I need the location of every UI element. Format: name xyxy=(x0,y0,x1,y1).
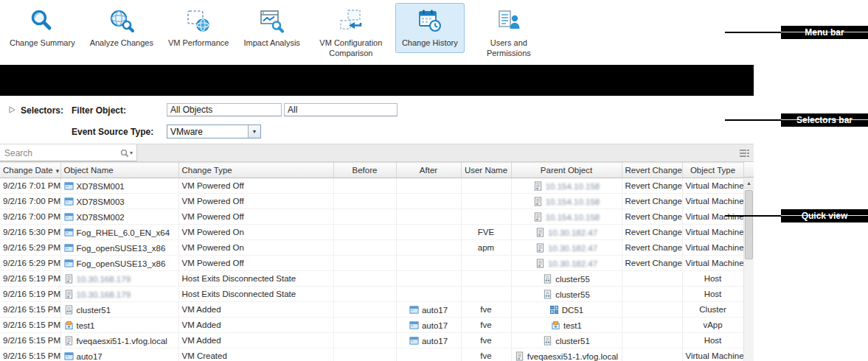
cell-revert-change: Revert Change xyxy=(622,194,682,209)
cell-after xyxy=(396,225,461,240)
revert-change-link[interactable]: Revert Change xyxy=(625,212,682,221)
scroll-up-arrow-icon[interactable]: ▲ xyxy=(744,178,754,189)
table-row[interactable]: 9/2/16 7:01 PMXD78SM001VM Powered Off10.… xyxy=(0,178,743,194)
cell-user-name: apm xyxy=(461,240,511,256)
scrollbar-thumb[interactable] xyxy=(745,190,753,259)
menu-item-label: Change Summary xyxy=(10,38,75,49)
cell-change-type: VM Added xyxy=(178,302,333,318)
table-options-button[interactable] xyxy=(739,149,749,158)
cell-object-type: Virtual Machine xyxy=(682,194,743,209)
column-header-object-name[interactable]: Object Name xyxy=(60,163,178,178)
table-row[interactable]: 9/2/16 5:15 PMtest1VM Addedauto17fvetest… xyxy=(0,318,743,333)
table-row[interactable]: 9/2/16 7:00 PMXD78SM003VM Powered Off10.… xyxy=(0,194,743,209)
cell-after xyxy=(396,348,461,361)
column-header-after[interactable]: After xyxy=(396,163,461,178)
table-row[interactable]: 9/2/16 5:29 PMFog_openSUSE13_x86VM Power… xyxy=(0,256,743,271)
cell-parent-object: cluster55 xyxy=(511,287,622,302)
column-header-user-name[interactable]: User Name xyxy=(461,163,511,178)
menu-item-change-history[interactable]: Change History xyxy=(395,3,465,53)
cell-change-date: 9/2/16 7:01 PM xyxy=(0,178,60,194)
host-icon xyxy=(64,290,74,299)
table-row[interactable]: 9/2/16 5:15 PMfveqaesxi51-1.vfog.localVM… xyxy=(0,333,743,348)
cell-change-type: Host Exits Disconnected State xyxy=(178,271,333,287)
host-icon xyxy=(533,197,543,206)
cell-user-name: fve xyxy=(461,302,511,318)
revert-change-link[interactable]: Revert Change xyxy=(625,259,682,267)
host-icon xyxy=(515,351,524,361)
cell-change-date: 9/2/16 7:00 PM xyxy=(0,209,60,225)
cell-revert-change xyxy=(622,302,682,318)
revert-change-link[interactable]: Revert Change xyxy=(625,181,682,190)
cell-after xyxy=(396,240,461,256)
cell-parent-object: 10.154.10.158 xyxy=(511,194,622,209)
list-options-icon xyxy=(739,149,749,158)
vertical-scrollbar[interactable]: ▲ xyxy=(743,162,754,361)
column-header-before[interactable]: Before xyxy=(333,163,396,178)
menu-item-impact-analysis[interactable]: Impact Analysis xyxy=(237,3,306,53)
event-source-type-select[interactable]: VMware ▼ xyxy=(167,125,261,139)
search-options-button[interactable]: ▾ xyxy=(120,149,136,158)
cell-object-name: 10.30.168.179 xyxy=(60,271,178,287)
vm-icon xyxy=(64,243,74,253)
host-icon xyxy=(64,336,74,346)
cell-change-date: 9/2/16 5:19 PM xyxy=(0,287,60,302)
search-input[interactable] xyxy=(0,148,120,158)
cluster-icon xyxy=(543,290,552,299)
cell-change-date: 9/2/16 5:15 PM xyxy=(0,302,60,318)
table-row[interactable]: 9/2/16 5:15 PMauto17VM Createdfvefveqaes… xyxy=(0,348,743,361)
cell-user-name: fve xyxy=(461,348,511,361)
cell-before xyxy=(333,271,396,287)
menu-item-analyze-changes[interactable]: Analyze Changes xyxy=(83,3,160,53)
selectors-label: Selectors: xyxy=(21,105,63,116)
selectors-expander[interactable] xyxy=(9,106,15,113)
cell-user-name: fve xyxy=(461,318,511,333)
cell-object-type: Host xyxy=(682,271,743,287)
filter-scope-input[interactable] xyxy=(284,103,397,116)
cell-change-date: 9/2/16 5:15 PM xyxy=(0,318,60,333)
column-header-change-date[interactable]: Change Date ▼ xyxy=(0,163,60,178)
cell-revert-change xyxy=(622,333,682,348)
cell-after xyxy=(396,287,461,302)
cluster-icon xyxy=(64,305,74,315)
filter-object-input[interactable] xyxy=(167,103,282,116)
cell-before xyxy=(333,240,396,256)
menu-item-label: Analyze Changes xyxy=(90,38,153,49)
menu-item-vm-performance[interactable]: VM Performance xyxy=(162,3,236,53)
column-header-object-type[interactable]: Object Type xyxy=(682,163,743,178)
event-source-type-value: VMware xyxy=(167,127,248,137)
cell-object-type: Host xyxy=(682,333,743,348)
cell-parent-object: cluster51 xyxy=(511,333,622,348)
cell-after xyxy=(396,209,461,225)
revert-change-link[interactable]: Revert Change xyxy=(625,197,682,206)
column-header-revert-change[interactable]: Revert Change xyxy=(622,163,682,178)
table-row[interactable]: 9/2/16 5:29 PMFog_openSUSE13_x86VM Power… xyxy=(0,240,743,256)
cell-after: auto17 xyxy=(396,318,461,333)
menu-item-users-and-permissions[interactable]: Users and Permissions xyxy=(466,3,552,63)
menu-item-change-summary[interactable]: Change Summary xyxy=(3,3,82,53)
annotation-quick-view: Quick view xyxy=(781,209,868,222)
menu-item-vm-configuration-comparison[interactable]: VM Configuration Comparison xyxy=(308,3,394,63)
cell-user-name: FVE xyxy=(461,225,511,240)
table-row[interactable]: 9/2/16 7:00 PMXD78SM002VM Powered Off10.… xyxy=(0,209,743,225)
scrollbar-track[interactable]: ▲ xyxy=(743,178,754,361)
search-box: ▾ xyxy=(0,144,137,161)
datacenter-icon xyxy=(549,305,559,315)
cluster-icon xyxy=(543,336,552,346)
chevron-down-icon: ▾ xyxy=(130,150,133,156)
annotation-label: Selectors bar xyxy=(796,115,853,125)
vm-configuration-comparison-icon xyxy=(338,8,364,35)
table-row[interactable]: 9/2/16 5:19 PM10.30.168.179Host Exits Di… xyxy=(0,287,743,302)
cell-revert-change xyxy=(622,271,682,287)
annotation-line-quick-view xyxy=(725,215,781,217)
analyze-changes-icon xyxy=(108,8,135,35)
column-header-parent-object[interactable]: Parent Object xyxy=(511,163,622,178)
revert-change-link[interactable]: Revert Change xyxy=(625,228,682,236)
cluster-icon xyxy=(543,274,552,284)
impact-analysis-icon xyxy=(259,8,285,35)
table-row[interactable]: 9/2/16 5:30 PMFog_RHEL_6.0_EN_x64VM Powe… xyxy=(0,225,743,240)
table-row[interactable]: 9/2/16 5:15 PMcluster51VM Addedauto17fve… xyxy=(0,302,743,318)
vm-icon xyxy=(64,228,74,237)
column-header-change-type[interactable]: Change Type xyxy=(178,163,333,178)
revert-change-link[interactable]: Revert Change xyxy=(625,243,682,252)
table-row[interactable]: 9/2/16 5:19 PM10.30.168.179Host Exits Di… xyxy=(0,271,743,287)
